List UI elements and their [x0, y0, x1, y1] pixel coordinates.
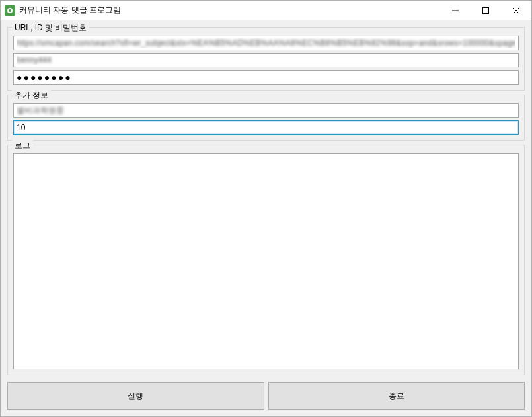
log-group-label: 로그	[12, 140, 33, 151]
titlebar: 커뮤니티 자동 댓글 프로그램	[1, 1, 531, 20]
credentials-group: URL, ID 및 비밀번호	[7, 27, 525, 91]
window-title: 커뮤니티 자동 댓글 프로그램	[19, 5, 440, 16]
app-window: 커뮤니티 자동 댓글 프로그램 URL, ID 및 비밀번호 추가 정보	[0, 0, 532, 417]
url-input[interactable]	[13, 36, 519, 50]
exit-button[interactable]: 종료	[268, 382, 525, 410]
additional-field-1[interactable]	[13, 103, 519, 118]
additional-group-label: 추가 정보	[12, 90, 51, 101]
svg-point-1	[9, 9, 11, 12]
credentials-group-label: URL, ID 및 비밀번호	[12, 22, 89, 34]
minimize-button[interactable]	[440, 1, 471, 20]
svg-rect-3	[483, 7, 489, 13]
button-row: 실행 종료	[7, 382, 525, 410]
minimize-icon	[452, 7, 459, 14]
app-icon	[5, 5, 15, 16]
additional-group: 추가 정보	[7, 95, 525, 141]
close-icon	[513, 7, 519, 14]
maximize-icon	[482, 7, 489, 14]
run-button[interactable]: 실행	[7, 382, 264, 410]
log-textarea[interactable]	[13, 153, 519, 369]
password-input[interactable]	[13, 70, 519, 85]
client-area: URL, ID 및 비밀번호 추가 정보 로그 실행 종료	[1, 20, 531, 416]
additional-field-2[interactable]	[13, 120, 519, 135]
log-group: 로그	[7, 145, 525, 375]
maximize-button[interactable]	[471, 1, 501, 20]
id-input[interactable]	[13, 53, 519, 67]
window-controls	[440, 1, 531, 20]
close-button[interactable]	[501, 1, 531, 20]
